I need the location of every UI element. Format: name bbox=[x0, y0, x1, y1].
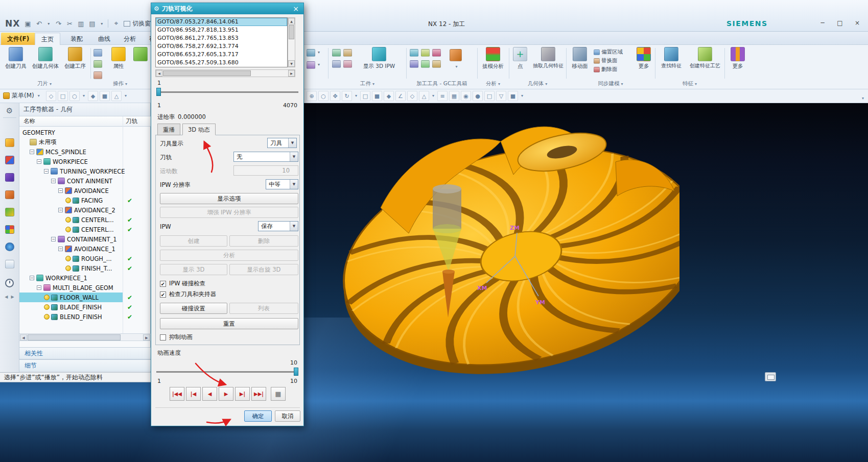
show-spin-3d-button[interactable]: 显示自旋 3D bbox=[229, 264, 298, 275]
collision-settings-button[interactable]: 碰撞设置 bbox=[160, 303, 227, 314]
highlight-icon[interactable]: ■ bbox=[100, 91, 110, 101]
draft-analysis-button[interactable]: 拔模分析 bbox=[478, 47, 508, 69]
cut-icon[interactable]: ✂ bbox=[66, 20, 73, 28]
ribbon-group-insert[interactable]: 刀片▾ bbox=[0, 80, 89, 87]
step-forward-button[interactable]: ▶| bbox=[235, 387, 250, 401]
copy-icon[interactable]: ▥ bbox=[77, 20, 84, 28]
scroll-right-icon[interactable]: ▶ bbox=[143, 334, 150, 341]
show-hide-icon[interactable]: □ bbox=[484, 91, 495, 101]
close-button[interactable]: × bbox=[850, 17, 864, 29]
gc-toolbox-button[interactable]: ▾ bbox=[445, 49, 466, 70]
edit-section-icon[interactable]: ▽ bbox=[496, 91, 506, 101]
history-icon[interactable] bbox=[5, 279, 14, 287]
gc-small-icon-5[interactable] bbox=[421, 60, 430, 68]
dropdown-icon[interactable]: ▾ bbox=[123, 91, 128, 101]
details-section[interactable]: 细节 bbox=[19, 359, 151, 372]
gc-small-icon-4[interactable] bbox=[410, 60, 418, 68]
shadow-icon[interactable]: ◆ bbox=[384, 91, 394, 101]
tab-3d-dynamic[interactable]: 3D 动态 bbox=[182, 124, 216, 135]
tab-assembly[interactable]: 装配 bbox=[64, 33, 89, 45]
checkbox-unchecked-icon[interactable] bbox=[160, 334, 166, 341]
delete-face-button[interactable]: 删除面 bbox=[594, 66, 618, 73]
tree-row-finish[interactable]: FINISH_T...✔ bbox=[19, 263, 151, 273]
create-geometry-button[interactable]: 创建几何体 bbox=[31, 47, 60, 69]
reuse-more-button[interactable]: 更多 bbox=[726, 47, 749, 69]
tab-analysis[interactable]: 分析 bbox=[118, 33, 142, 45]
analyze-button[interactable]: 分析 bbox=[160, 250, 298, 261]
operation-navigator-icon[interactable] bbox=[5, 190, 14, 199]
selection-mode-icon[interactable]: ◆ bbox=[88, 91, 98, 101]
goto-list[interactable]: GOTO/87.053,27.846,14.061 GOTO/86.958,27… bbox=[155, 17, 288, 67]
undo-dropdown-icon[interactable]: ▾ bbox=[46, 21, 51, 26]
stop-button[interactable]: ■ bbox=[271, 387, 286, 401]
tab-file[interactable]: 文件(F) bbox=[1, 33, 35, 45]
tree-row-facing[interactable]: FACING✔ bbox=[19, 196, 151, 205]
create-operation-button[interactable]: 创建工序 bbox=[61, 47, 89, 69]
zoom-icon[interactable]: ○ bbox=[318, 91, 329, 101]
dependencies-section[interactable]: 相关性 bbox=[19, 347, 151, 359]
rendering-style-icon[interactable]: ■ bbox=[372, 91, 382, 101]
suppress-animation-checkbox[interactable]: 抑制动画 bbox=[160, 333, 193, 341]
ribbon-group-feature[interactable]: 特征▾ bbox=[656, 80, 723, 87]
create-tool-button[interactable]: 创建刀具 bbox=[2, 47, 30, 69]
ribbon-group-analysis[interactable]: 分析▾ bbox=[477, 80, 509, 87]
tree-row-multi-blade-geom[interactable]: MULTI_BLADE_GEOM bbox=[19, 283, 151, 293]
workpiece-small-icon-3[interactable] bbox=[332, 60, 341, 68]
scrollbar-thumb[interactable] bbox=[289, 25, 294, 39]
tool-small-icon-3[interactable] bbox=[93, 71, 102, 79]
display-options-button[interactable]: 显示选项 bbox=[160, 193, 298, 204]
save-icon[interactable]: ▣ bbox=[24, 20, 31, 28]
trim-section-icon[interactable]: □ bbox=[360, 91, 370, 101]
tree-row-avoidance[interactable]: AVOIDANCE bbox=[19, 186, 151, 196]
dropdown-icon[interactable]: ▾ bbox=[520, 91, 525, 101]
ribbon-group-synchronous[interactable]: 同步建模▾ bbox=[567, 80, 654, 87]
collapse-icon[interactable] bbox=[51, 179, 56, 183]
synchronous-more-button[interactable]: 更多 bbox=[634, 47, 654, 69]
scroll-left-icon[interactable]: ◀ bbox=[156, 70, 162, 77]
tree-row-blend-finish[interactable]: BLEND_FINISH✔ bbox=[19, 312, 151, 322]
goto-line[interactable]: GOTO/86.958,27.818,13.951 bbox=[156, 26, 287, 34]
paste-icon[interactable]: ▤ bbox=[88, 20, 96, 28]
rotate-view-icon[interactable]: ↻ bbox=[342, 91, 352, 101]
move-face-button[interactable]: 移动面 bbox=[568, 47, 592, 69]
list-horizontal-scrollbar[interactable]: ◀ ▶ bbox=[155, 69, 295, 77]
path-slider[interactable] bbox=[156, 88, 298, 96]
create-feature-process-button[interactable]: 创建特征工艺 bbox=[688, 47, 722, 69]
replace-face-button[interactable]: 替换面 bbox=[594, 57, 618, 64]
ipw-resolution-dropdown[interactable]: 中等 ▼ bbox=[266, 179, 298, 189]
cue-icon[interactable]: ◉ bbox=[461, 91, 471, 101]
scroll-left-icon[interactable]: ◀ bbox=[20, 334, 27, 341]
work-layer-icon[interactable]: ■ bbox=[508, 91, 518, 101]
gc-small-icon-1[interactable] bbox=[410, 49, 418, 57]
gc-small-icon-6[interactable] bbox=[432, 60, 441, 68]
fit-view-icon[interactable]: ⊕ bbox=[307, 91, 317, 101]
part-navigator-icon[interactable] bbox=[5, 173, 14, 182]
ribbon-group-geometry[interactable]: 几何体▾ bbox=[509, 80, 566, 87]
offset-region-button[interactable]: 偏置区域 bbox=[594, 48, 623, 56]
layer-icon[interactable]: ≡ bbox=[437, 91, 448, 101]
scrollbar-thumb[interactable] bbox=[28, 334, 121, 341]
step-back-button[interactable]: |◀ bbox=[186, 387, 201, 401]
menu-button[interactable]: 菜单(M) ▾ bbox=[3, 91, 40, 100]
dropdown-icon[interactable]: ▾ bbox=[354, 91, 359, 101]
dropdown-icon[interactable]: ▾ bbox=[318, 50, 320, 55]
collapse-icon[interactable] bbox=[58, 208, 63, 212]
goto-line[interactable]: GOTO/87.053,27.846,14.061 bbox=[156, 18, 287, 26]
checkbox-checked-icon[interactable]: ✔ bbox=[160, 281, 166, 287]
collapse-icon[interactable] bbox=[30, 150, 34, 154]
tree-row-avoidance-1[interactable]: AVOIDANCE_1 bbox=[19, 244, 151, 254]
ipw-collision-check-checkbox[interactable]: ✔ IPW 碰撞检查 bbox=[160, 280, 205, 287]
snap-point-icon[interactable]: □ bbox=[58, 91, 68, 101]
impeller-model[interactable]: ZM XM YM bbox=[332, 103, 679, 379]
animation-speed-slider[interactable] bbox=[156, 368, 298, 376]
ribbon-group-gc-toolbox[interactable]: 加工工具 - GC工具箱 bbox=[407, 80, 477, 87]
collapse-icon[interactable] bbox=[51, 237, 56, 241]
workpiece-small-icon-2[interactable] bbox=[343, 49, 352, 57]
motion-count-input[interactable]: 10 bbox=[233, 165, 298, 176]
chevron-down-icon[interactable]: ▼ bbox=[290, 152, 298, 161]
show-3d-button[interactable]: 显示 3D bbox=[160, 264, 227, 275]
qat-dropdown-icon[interactable]: ▾ bbox=[100, 21, 104, 26]
goto-line[interactable]: GOTO/86.861,27.765,13.853 bbox=[156, 34, 287, 42]
navigator-horizontal-scrollbar[interactable]: ◀ ▶ bbox=[19, 333, 151, 341]
gear-icon[interactable]: ⚙ bbox=[0, 106, 19, 115]
